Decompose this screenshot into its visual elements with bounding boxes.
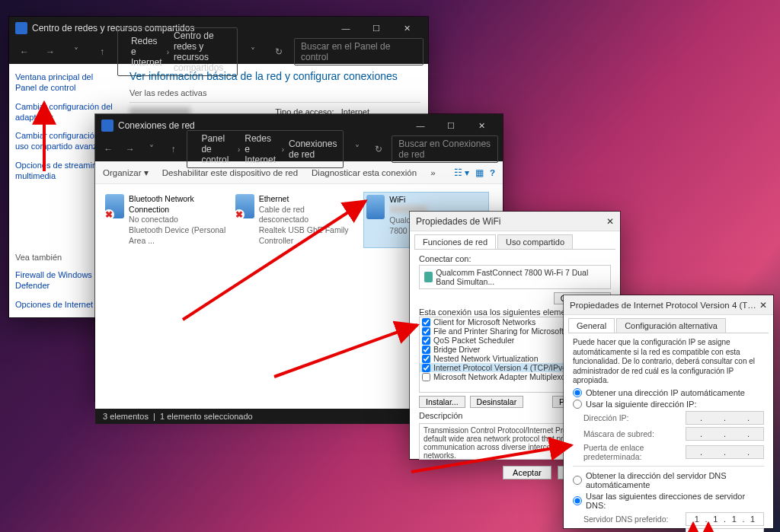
diagnose-button[interactable]: Diagnosticar esta conexión (312, 168, 417, 177)
address-bar: ← → ˅ ↑ Panel de control › Redes e Inter… (95, 137, 503, 161)
subnet-label: Máscara de subred: (583, 429, 681, 438)
adapter-device: Realtek USB GbE Family Controller (259, 225, 349, 245)
back-button[interactable]: ← (100, 144, 117, 155)
minimize-button[interactable]: — (405, 115, 436, 136)
window-ipv4-properties: Propiedades de Internet Protocol Version… (564, 295, 773, 528)
tab-network-functions[interactable]: Funciones de red (414, 234, 496, 249)
install-button[interactable]: Instalar... (419, 396, 465, 408)
up-icon[interactable]: ↑ (91, 46, 113, 57)
up-button[interactable]: ˅ (66, 46, 87, 57)
up-button[interactable]: ↑ (165, 144, 181, 155)
ip-octet[interactable]: 1 (690, 514, 704, 524)
breadcrumb[interactable]: Panel de control › Redes e Internet › Co… (187, 130, 344, 168)
gateway-label: Puerta de enlace predeterminada: (583, 443, 681, 461)
adapter-device: Bluetooth Device (Personal Area ... (129, 225, 225, 245)
list-item[interactable]: QoS Packet Scheduler (433, 336, 514, 345)
details-pane-button[interactable]: ▦ (475, 167, 484, 178)
radio-dns-manual-label: Usar las siguientes direcciones de servi… (586, 492, 764, 510)
toolbar-overflow[interactable]: » (430, 168, 435, 177)
connect-with-value: Qualcomm FastConnect 7800 Wi-Fi 7 Dual B… (419, 265, 611, 289)
tab-alternative[interactable]: Configuración alternativa (616, 318, 726, 333)
ip-address-label: Dirección IP: (583, 413, 681, 422)
dns-preferred-input[interactable]: 1. 1. 1. 1 (686, 512, 764, 526)
crumb-1[interactable]: Panel de control (201, 133, 233, 165)
dns-alt-input[interactable]: 1. 0. 0. 1 (686, 528, 764, 533)
ip-octet[interactable]: 1 (708, 514, 722, 524)
minimize-button[interactable]: — (331, 18, 361, 39)
item-checkbox[interactable] (422, 327, 430, 336)
ip-address-input: ... (686, 411, 764, 425)
adapter-name: Ethernet (259, 194, 289, 203)
status-items: 3 elementos (103, 412, 149, 421)
organize-menu[interactable]: Organizar ▾ (103, 167, 149, 178)
list-item-ipv4[interactable]: Internet Protocol Version 4 (TCP/IPv4) (433, 363, 570, 372)
app-icon (15, 22, 27, 34)
adapter-icon (235, 194, 254, 218)
active-networks-label: Ver las redes activas (129, 88, 420, 97)
status-selected: 1 elemento seleccionado (160, 412, 253, 421)
adapter-status: Cable de red desconectado (259, 205, 308, 225)
folder-icon (124, 46, 128, 57)
refresh-button[interactable]: ↻ (370, 144, 387, 155)
tab-sharing[interactable]: Uso compartido (497, 234, 573, 249)
nic-icon (424, 272, 433, 282)
maximize-button[interactable]: ☐ (436, 115, 466, 136)
adapter-ethernet[interactable]: Ethernet Cable de red desconectado Realt… (233, 192, 359, 248)
close-button[interactable]: ✕ (759, 300, 767, 311)
chevron-icon: › (236, 145, 241, 154)
chevron-icon: › (280, 145, 286, 154)
ip-octet[interactable]: 1 (727, 514, 741, 524)
item-checkbox[interactable] (422, 336, 430, 345)
search-input[interactable]: Buscar en Conexiones de red (392, 135, 498, 163)
forward-button[interactable]: → (121, 144, 138, 155)
view-icons-button[interactable]: ☷ ▾ (454, 167, 469, 178)
dropdown-icon[interactable]: ˅ (242, 46, 264, 57)
item-checkbox[interactable] (422, 373, 430, 381)
list-item[interactable]: Nested Network Virtualization (433, 354, 539, 363)
disable-device-button[interactable]: Deshabilitar este dispositivo de red (162, 168, 298, 177)
folder-icon (193, 144, 199, 155)
item-checkbox[interactable] (422, 355, 430, 363)
list-item[interactable]: Client for Microsoft Networks (433, 317, 535, 327)
adapter-icon (366, 195, 385, 219)
sidebar-link-main[interactable]: Ventana principal del Panel de control (15, 72, 116, 94)
radio-ip-manual[interactable] (573, 400, 582, 409)
app-icon (101, 119, 113, 132)
adapter-status: No conectado (129, 215, 178, 224)
connect-with-label: Conectar con: (419, 254, 611, 263)
intro-text: Puede hacer que la configuración IP se a… (573, 338, 764, 386)
item-checkbox[interactable] (422, 318, 430, 327)
close-button[interactable]: ✕ (606, 216, 614, 227)
adapter-bluetooth[interactable]: Bluetooth Network Connection No conectad… (103, 192, 229, 248)
list-item[interactable]: Bridge Driver (433, 345, 480, 354)
back-button[interactable]: ← (14, 46, 35, 57)
close-button[interactable]: ✕ (466, 115, 497, 136)
refresh-button[interactable]: ↻ (268, 46, 289, 57)
help-button[interactable]: ? (490, 168, 495, 177)
dropdown-icon[interactable]: ˅ (143, 144, 160, 155)
subnet-input: ... (686, 427, 764, 441)
nic-name: Qualcomm FastConnect 7800 Wi-Fi 7 Dual B… (436, 268, 606, 286)
item-checkbox[interactable] (422, 346, 430, 354)
search-input[interactable]: Buscar en el Panel de control (294, 38, 424, 65)
crumb-1[interactable]: Redes e Internet (131, 36, 162, 68)
radio-ip-auto[interactable] (573, 388, 582, 397)
dropdown-icon[interactable]: ˅ (348, 144, 365, 155)
adapter-icon (105, 194, 124, 218)
radio-dns-auto-label: Obtener la dirección del servidor DNS au… (586, 471, 764, 489)
titlebar[interactable]: Propiedades de WiFi ✕ (410, 212, 620, 231)
ip-octet[interactable]: 1 (746, 514, 759, 524)
close-button[interactable]: ✕ (392, 18, 422, 39)
crumb-3[interactable]: Conexiones de red (289, 139, 337, 160)
tab-general[interactable]: General (568, 318, 615, 333)
uninstall-button[interactable]: Desinstalar (470, 396, 524, 408)
adapter-name: Bluetooth Network Connection (129, 194, 194, 214)
radio-dns-manual[interactable] (573, 496, 582, 505)
forward-button[interactable]: → (40, 46, 61, 57)
crumb-2[interactable]: Redes e Internet (245, 133, 277, 165)
item-checkbox[interactable] (422, 364, 430, 372)
radio-dns-auto[interactable] (573, 476, 582, 485)
ok-button[interactable]: Aceptar (503, 466, 551, 479)
titlebar[interactable]: Propiedades de Internet Protocol Version… (564, 295, 773, 315)
maximize-button[interactable]: ☐ (361, 18, 392, 39)
